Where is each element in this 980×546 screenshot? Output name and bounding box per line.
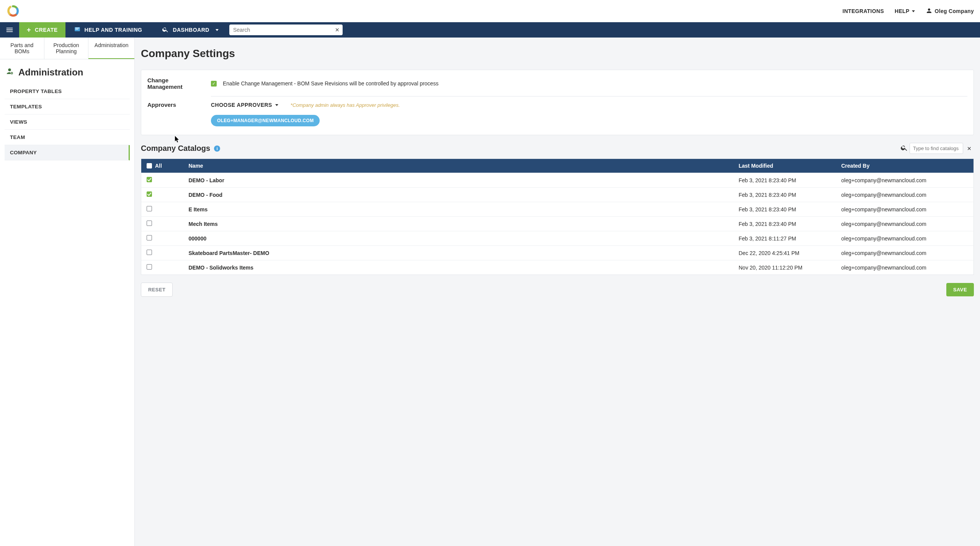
sidebar-title-text: Administration	[18, 67, 83, 78]
row-name: Mech Items	[183, 217, 733, 231]
row-created-by: oleg+company@newmancloud.com	[836, 173, 974, 188]
tab-production-planning[interactable]: Production Planning	[44, 38, 89, 59]
tab-administration[interactable]: Administration	[88, 38, 134, 59]
search-icon[interactable]	[900, 144, 908, 153]
row-checkbox[interactable]	[147, 250, 152, 255]
chevron-down-icon	[275, 104, 278, 106]
plus-icon: +	[27, 26, 31, 33]
choose-approvers-dropdown[interactable]: CHOOSE APPROVERS	[211, 102, 278, 108]
row-checkbox[interactable]	[147, 235, 152, 240]
help-training-button[interactable]: HELP AND TRAINING	[65, 22, 151, 38]
choose-approvers-label: CHOOSE APPROVERS	[211, 102, 272, 108]
change-management-card: Change Management ✓ Enable Change Manage…	[141, 70, 974, 135]
svg-rect-3	[75, 29, 78, 29]
enable-change-management-checkbox[interactable]: ✓	[211, 81, 217, 87]
user-menu[interactable]: Oleg Company	[926, 7, 974, 15]
row-modified: Feb 3, 2021 8:11:27 PM	[733, 231, 836, 246]
admin-icon	[5, 67, 14, 78]
help-training-icon	[74, 26, 81, 34]
row-name: 000000	[183, 231, 733, 246]
row-modified: Feb 3, 2021 8:23:40 PM	[733, 217, 836, 231]
tab-parts-boms[interactable]: Parts and BOMs	[0, 38, 44, 59]
row-created-by: oleg+company@newmancloud.com	[836, 202, 974, 217]
row-modified: Nov 20, 2020 11:12:20 PM	[733, 260, 836, 275]
row-created-by: oleg+company@newmancloud.com	[836, 217, 974, 231]
app-logo	[6, 4, 20, 18]
sidebar-item-team[interactable]: TEAM	[5, 130, 130, 145]
row-modified: Dec 22, 2020 4:25:41 PM	[733, 246, 836, 260]
menu-button[interactable]	[0, 22, 19, 38]
row-name: DEMO - Solidworks Items	[183, 260, 733, 275]
sidebar-item-templates[interactable]: TEMPLATES	[5, 99, 130, 114]
footer-buttons: RESET SAVE	[141, 283, 974, 297]
svg-rect-2	[75, 28, 79, 28]
sidebar-item-company[interactable]: COMPANY	[5, 145, 130, 160]
main-content: Company Settings Change Management ✓ Ena…	[135, 38, 980, 546]
create-label: CREATE	[35, 27, 58, 33]
person-icon	[926, 7, 933, 15]
approver-chip[interactable]: OLEG+MANAGER@NEWMANCLOUD.COM	[211, 115, 320, 126]
sidebar-item-views[interactable]: VIEWS	[5, 114, 130, 130]
topbar: INTEGRATIONS HELP Oleg Company	[0, 0, 980, 22]
catalogs-header: Company Catalogs i ✕	[141, 143, 974, 154]
row-modified: Feb 3, 2021 8:23:40 PM	[733, 202, 836, 217]
row-name: DEMO - Food	[183, 188, 733, 202]
help-training-label: HELP AND TRAINING	[85, 27, 142, 33]
search-icon	[162, 26, 169, 34]
row-modified: Feb 3, 2021 8:23:40 PM	[733, 188, 836, 202]
catalog-search-input[interactable]	[910, 143, 963, 154]
row-modified: Feb 3, 2021 8:23:40 PM	[733, 173, 836, 188]
row-name: Skateboard PartsMaster- DEMO	[183, 246, 733, 260]
search-input[interactable]	[233, 27, 333, 33]
catalogs-title-text: Company Catalogs	[141, 144, 210, 153]
approvers-label: Approvers	[147, 96, 205, 108]
col-modified[interactable]: Last Modified	[733, 159, 836, 173]
workspace-tabs: Parts and BOMs Production Planning Admin…	[0, 38, 134, 59]
sidebar-item-property-tables[interactable]: PROPERTY TABLES	[5, 84, 130, 99]
table-row: DEMO - LaborFeb 3, 2021 8:23:40 PMoleg+c…	[141, 173, 974, 188]
table-row: Mech ItemsFeb 3, 2021 8:23:40 PMoleg+com…	[141, 217, 974, 231]
user-name: Oleg Company	[935, 8, 974, 14]
dashboard-label: DASHBOARD	[173, 27, 209, 33]
select-all-label: All	[155, 163, 162, 169]
integrations-link[interactable]: INTEGRATIONS	[843, 8, 884, 14]
table-row: 000000Feb 3, 2021 8:11:27 PMoleg+company…	[141, 231, 974, 246]
create-button[interactable]: + CREATE	[19, 22, 65, 38]
help-label: HELP	[895, 8, 910, 14]
row-checkbox[interactable]	[147, 264, 152, 270]
catalogs-table: All Name Last Modified Created By DEMO -…	[141, 159, 974, 275]
clear-catalog-search[interactable]: ✕	[965, 145, 974, 152]
reset-button[interactable]: RESET	[141, 283, 173, 297]
approvers-hint: *Company admin always has Approver privi…	[291, 102, 400, 108]
row-checkbox[interactable]	[147, 191, 152, 197]
row-name: E Items	[183, 202, 733, 217]
select-all-checkbox[interactable]	[147, 163, 152, 168]
table-row: E ItemsFeb 3, 2021 8:23:40 PMoleg+compan…	[141, 202, 974, 217]
table-row: DEMO - Solidworks ItemsNov 20, 2020 11:1…	[141, 260, 974, 275]
table-row: Skateboard PartsMaster- DEMODec 22, 2020…	[141, 246, 974, 260]
row-checkbox[interactable]	[147, 206, 152, 211]
global-search[interactable]: ✕	[229, 25, 343, 35]
col-created-by[interactable]: Created By	[836, 159, 974, 173]
info-icon[interactable]: i	[214, 145, 220, 152]
row-checkbox[interactable]	[147, 221, 152, 226]
sidebar-title: Administration	[0, 59, 134, 84]
save-button[interactable]: SAVE	[946, 283, 974, 296]
chevron-down-icon	[912, 10, 915, 12]
change-management-label: Change Management	[147, 77, 205, 90]
row-created-by: oleg+company@newmancloud.com	[836, 188, 974, 202]
row-checkbox[interactable]	[147, 177, 152, 182]
sidebar: Parts and BOMs Production Planning Admin…	[0, 38, 135, 546]
chevron-down-icon	[216, 29, 219, 31]
page-title: Company Settings	[141, 44, 974, 62]
help-menu[interactable]: HELP	[895, 8, 915, 14]
row-created-by: oleg+company@newmancloud.com	[836, 246, 974, 260]
enable-change-management-text: Enable Change Management - BOM Save Revi…	[223, 80, 438, 87]
row-name: DEMO - Labor	[183, 173, 733, 188]
col-name[interactable]: Name	[183, 159, 733, 173]
clear-search-button[interactable]: ✕	[335, 27, 340, 33]
hamburger-icon	[5, 26, 14, 34]
integrations-label: INTEGRATIONS	[843, 8, 884, 14]
dashboard-menu[interactable]: DASHBOARD	[150, 22, 222, 38]
row-created-by: oleg+company@newmancloud.com	[836, 260, 974, 275]
